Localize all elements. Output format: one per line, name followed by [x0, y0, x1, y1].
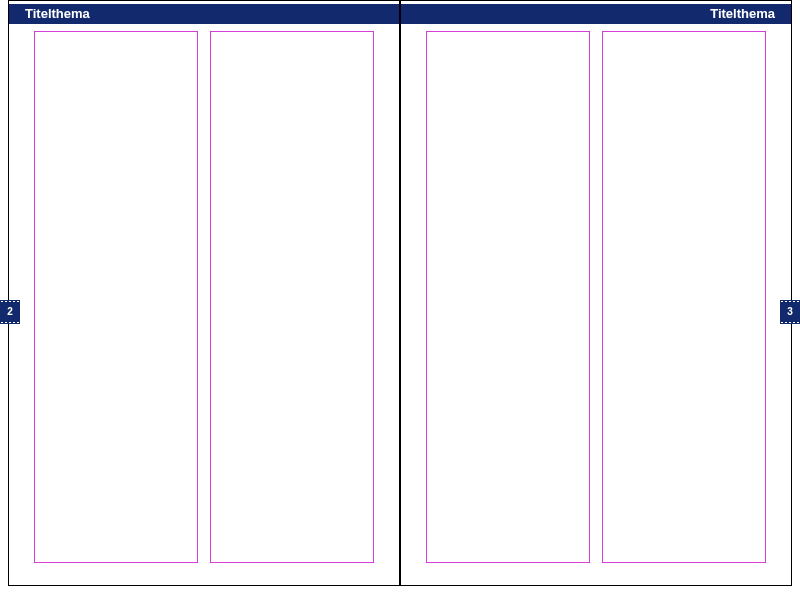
column-frame[interactable] [602, 31, 766, 563]
header-title-right: Titelthema [710, 6, 775, 21]
column-frame[interactable] [210, 31, 374, 563]
text-columns-right [426, 31, 766, 563]
column-frame[interactable] [426, 31, 590, 563]
column-frame[interactable] [34, 31, 198, 563]
page-number-left: 2 [7, 306, 13, 317]
page-number-tab-left: 2 [0, 302, 20, 322]
page-header-left: Titelthema [9, 4, 399, 24]
page-header-right: Titelthema [401, 4, 791, 24]
text-columns-left [34, 31, 374, 563]
page-number-right: 3 [787, 306, 793, 317]
header-title-left: Titelthema [25, 6, 90, 21]
page-number-tab-right: 3 [780, 302, 800, 322]
document-spread: Titelthema Titelthema [8, 0, 792, 586]
page-right: Titelthema [400, 0, 792, 586]
page-left: Titelthema [8, 0, 400, 586]
